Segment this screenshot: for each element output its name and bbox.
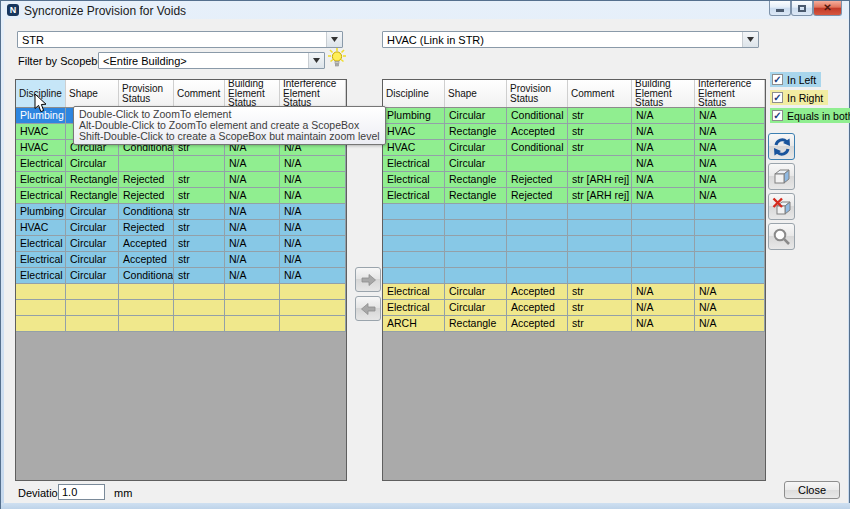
- table-cell[interactable]: N/A: [632, 172, 695, 188]
- table-cell[interactable]: Accepted: [507, 300, 568, 316]
- table-row[interactable]: ElectricalCircularAcceptedstrN/AN/A: [16, 252, 346, 268]
- table-cell[interactable]: N/A: [695, 124, 765, 140]
- table-cell[interactable]: N/A: [632, 316, 695, 332]
- table-cell[interactable]: [568, 268, 632, 284]
- table-cell[interactable]: str: [568, 108, 632, 124]
- column-header[interactable]: Comment: [568, 80, 632, 107]
- deviation-input[interactable]: [58, 484, 105, 500]
- table-row[interactable]: PlumbingCircularConditionalstrN/AN/A: [383, 108, 765, 124]
- table-cell[interactable]: str: [174, 188, 225, 204]
- table-cell[interactable]: [445, 220, 507, 236]
- in-left-checkbox[interactable]: ✓ In Left: [770, 72, 821, 87]
- table-cell[interactable]: [568, 236, 632, 252]
- table-cell[interactable]: N/A: [632, 300, 695, 316]
- close-button[interactable]: Close: [784, 481, 840, 499]
- table-cell[interactable]: [225, 300, 280, 316]
- table-cell[interactable]: [507, 156, 568, 172]
- table-cell[interactable]: Electrical: [383, 284, 445, 300]
- table-row[interactable]: HVACCircularConditionalstrN/AN/A: [383, 140, 765, 156]
- table-cell[interactable]: N/A: [695, 140, 765, 156]
- table-cell[interactable]: Circular: [66, 156, 119, 172]
- table-cell[interactable]: Circular: [66, 236, 119, 252]
- table-row[interactable]: [383, 268, 765, 284]
- table-cell[interactable]: N/A: [695, 300, 765, 316]
- table-cell[interactable]: str: [568, 124, 632, 140]
- table-cell[interactable]: Rejected: [507, 172, 568, 188]
- table-cell[interactable]: [280, 284, 346, 300]
- table-row[interactable]: ElectricalRectangleRejectedstrN/AN/A: [16, 188, 346, 204]
- table-cell[interactable]: [16, 316, 66, 332]
- title-bar[interactable]: N Syncronize Provision for Voids ✕: [1, 1, 849, 19]
- table-cell[interactable]: Electrical: [16, 188, 66, 204]
- table-row[interactable]: ElectricalCircularConditionalstrN/AN/A: [16, 268, 346, 284]
- table-row[interactable]: [383, 204, 765, 220]
- table-cell[interactable]: [568, 220, 632, 236]
- table-row[interactable]: [16, 300, 346, 316]
- table-cell[interactable]: [119, 156, 174, 172]
- table-cell[interactable]: [695, 204, 765, 220]
- table-cell[interactable]: [66, 316, 119, 332]
- column-header[interactable]: Provision Status: [507, 80, 568, 107]
- table-cell[interactable]: [568, 156, 632, 172]
- table-cell[interactable]: str: [174, 236, 225, 252]
- table-cell[interactable]: [280, 300, 346, 316]
- column-header[interactable]: Provision Status: [119, 80, 174, 107]
- table-cell[interactable]: str: [568, 284, 632, 300]
- table-cell[interactable]: N/A: [695, 156, 765, 172]
- table-cell[interactable]: [568, 204, 632, 220]
- table-cell[interactable]: [445, 252, 507, 268]
- equals-in-both-checkbox[interactable]: ✓ Equals in both: [770, 108, 850, 123]
- table-cell[interactable]: Circular: [66, 204, 119, 220]
- table-cell[interactable]: N/A: [280, 252, 346, 268]
- right-model-dropdown[interactable]: HVAC (Link in STR): [382, 31, 759, 48]
- table-cell[interactable]: Rejected: [119, 188, 174, 204]
- table-cell[interactable]: HVAC: [16, 140, 66, 156]
- table-row[interactable]: [383, 236, 765, 252]
- table-cell[interactable]: Electrical: [16, 268, 66, 284]
- table-cell[interactable]: Accepted: [507, 124, 568, 140]
- table-cell[interactable]: N/A: [225, 220, 280, 236]
- table-cell[interactable]: Circular: [445, 108, 507, 124]
- table-cell[interactable]: Circular: [445, 156, 507, 172]
- left-model-dropdown[interactable]: STR: [17, 31, 343, 48]
- table-cell[interactable]: [507, 204, 568, 220]
- table-cell[interactable]: [695, 252, 765, 268]
- table-cell[interactable]: Circular: [445, 284, 507, 300]
- table-cell[interactable]: [632, 236, 695, 252]
- table-cell[interactable]: Rectangle: [66, 188, 119, 204]
- table-cell[interactable]: N/A: [225, 204, 280, 220]
- table-cell[interactable]: Circular: [445, 300, 507, 316]
- table-cell[interactable]: N/A: [225, 156, 280, 172]
- table-cell[interactable]: Electrical: [16, 156, 66, 172]
- delete-provision-button[interactable]: [768, 193, 795, 220]
- table-cell[interactable]: [174, 284, 225, 300]
- table-cell[interactable]: [695, 268, 765, 284]
- close-window-button[interactable]: ✕: [813, 1, 842, 16]
- table-cell[interactable]: [16, 284, 66, 300]
- table-cell[interactable]: N/A: [632, 284, 695, 300]
- table-cell[interactable]: N/A: [695, 316, 765, 332]
- table-cell[interactable]: Rectangle: [445, 316, 507, 332]
- table-cell[interactable]: [66, 284, 119, 300]
- table-cell[interactable]: N/A: [632, 140, 695, 156]
- table-cell[interactable]: [695, 220, 765, 236]
- table-cell[interactable]: [445, 204, 507, 220]
- table-cell[interactable]: N/A: [695, 284, 765, 300]
- table-cell[interactable]: [632, 220, 695, 236]
- table-cell[interactable]: Electrical: [16, 236, 66, 252]
- table-cell[interactable]: Conditional: [119, 204, 174, 220]
- table-row[interactable]: ElectricalRectangleRejectedstr [ARH rej]…: [383, 188, 765, 204]
- table-cell[interactable]: N/A: [632, 108, 695, 124]
- table-cell[interactable]: N/A: [695, 172, 765, 188]
- table-cell[interactable]: str [ARH rej]: [568, 188, 632, 204]
- table-cell[interactable]: Electrical: [16, 252, 66, 268]
- table-row[interactable]: [16, 284, 346, 300]
- table-cell[interactable]: [174, 316, 225, 332]
- table-row[interactable]: ElectricalRectangleRejectedstrN/AN/A: [16, 172, 346, 188]
- table-cell[interactable]: N/A: [225, 172, 280, 188]
- column-header[interactable]: Interference Element Status: [280, 80, 346, 107]
- table-cell[interactable]: Accepted: [507, 316, 568, 332]
- column-header[interactable]: Shape: [66, 80, 119, 107]
- table-cell[interactable]: str: [174, 268, 225, 284]
- table-cell[interactable]: N/A: [225, 236, 280, 252]
